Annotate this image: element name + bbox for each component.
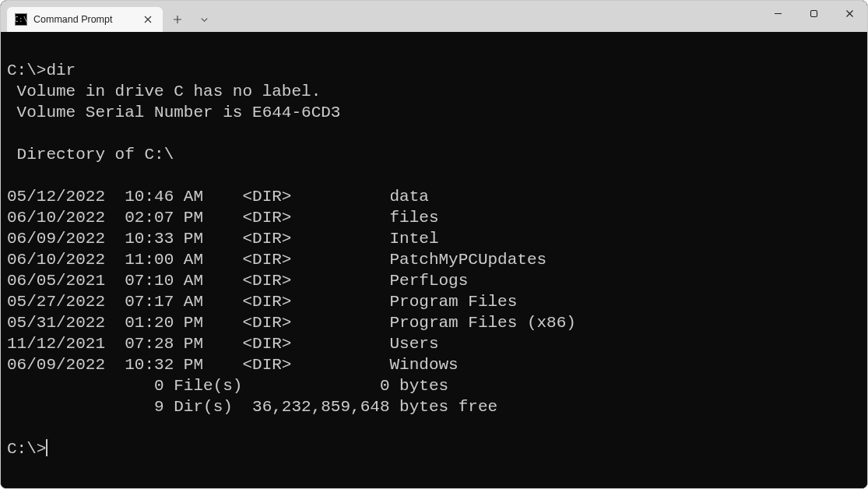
tab-close-button[interactable]: [141, 12, 155, 26]
window-controls: [760, 1, 867, 32]
tab-title: Command Prompt: [33, 14, 135, 25]
terminal-window: C:\ Command Prompt C: [0, 0, 868, 489]
tab-strip: C:\ Command Prompt: [1, 1, 216, 32]
close-button[interactable]: [831, 1, 867, 26]
tab-command-prompt[interactable]: C:\ Command Prompt: [7, 7, 163, 32]
maximize-button[interactable]: [796, 1, 831, 26]
titlebar[interactable]: C:\ Command Prompt: [1, 1, 867, 32]
tab-dropdown-button[interactable]: [192, 8, 216, 31]
prompt: C:\>: [7, 440, 46, 458]
minimize-button[interactable]: [760, 1, 796, 26]
terminal-output[interactable]: C:\>dir Volume in drive C has no label. …: [1, 32, 867, 488]
svg-rect-0: [810, 10, 817, 16]
new-tab-button[interactable]: [166, 8, 189, 31]
cmd-icon: C:\: [15, 13, 27, 26]
cursor: [46, 439, 47, 456]
